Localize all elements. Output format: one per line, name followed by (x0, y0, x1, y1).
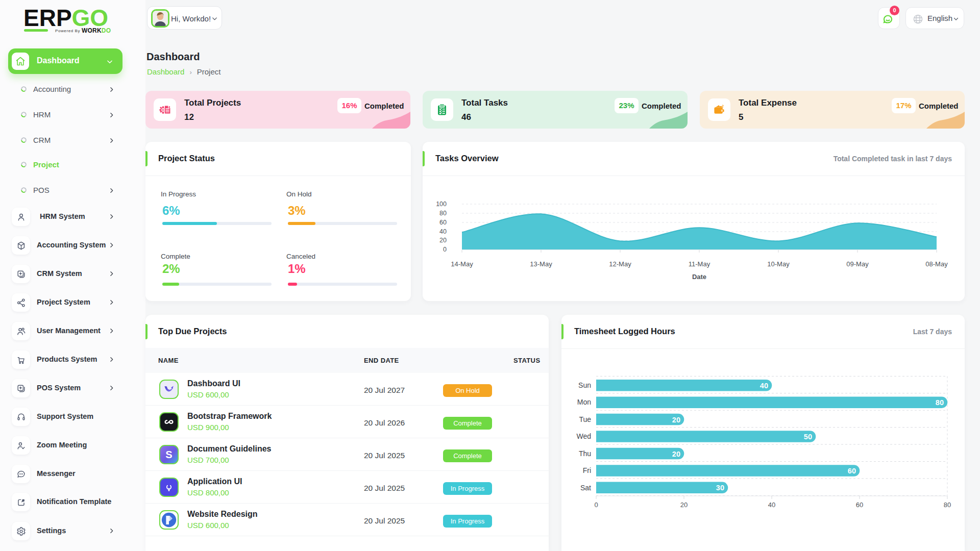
svg-text:60: 60 (848, 467, 856, 475)
svg-text:0: 0 (594, 501, 598, 509)
svg-text:14-May: 14-May (451, 260, 473, 268)
svg-text:Sat: Sat (580, 484, 591, 492)
svg-text:80: 80 (944, 501, 951, 509)
svg-text:Date: Date (692, 273, 706, 281)
svg-text:40: 40 (439, 228, 447, 235)
svg-text:Mon: Mon (577, 398, 591, 406)
svg-text:100: 100 (436, 201, 447, 208)
svg-text:09-May: 09-May (846, 260, 869, 268)
svg-text:30: 30 (716, 484, 724, 492)
svg-text:11-May: 11-May (689, 260, 710, 268)
svg-text:12-May: 12-May (609, 260, 631, 268)
svg-text:20: 20 (680, 501, 688, 509)
svg-text:10-May: 10-May (767, 260, 790, 268)
svg-text:60: 60 (856, 501, 863, 509)
svg-text:0: 0 (443, 246, 447, 253)
svg-text:40: 40 (760, 382, 768, 390)
svg-text:60: 60 (439, 219, 447, 226)
svg-text:80: 80 (936, 398, 944, 407)
svg-text:Thu: Thu (579, 449, 591, 458)
svg-text:08-May: 08-May (925, 260, 948, 268)
svg-text:50: 50 (804, 433, 812, 441)
svg-text:20: 20 (672, 416, 680, 424)
svg-text:Fri: Fri (583, 466, 591, 474)
svg-text:20: 20 (439, 237, 447, 244)
svg-text:Wed: Wed (576, 432, 591, 440)
svg-text:80: 80 (439, 210, 447, 217)
svg-text:Sun: Sun (578, 381, 591, 389)
svg-text:Tue: Tue (579, 415, 591, 423)
svg-text:20: 20 (672, 450, 680, 458)
svg-text:40: 40 (768, 501, 775, 509)
svg-text:13-May: 13-May (530, 260, 552, 268)
